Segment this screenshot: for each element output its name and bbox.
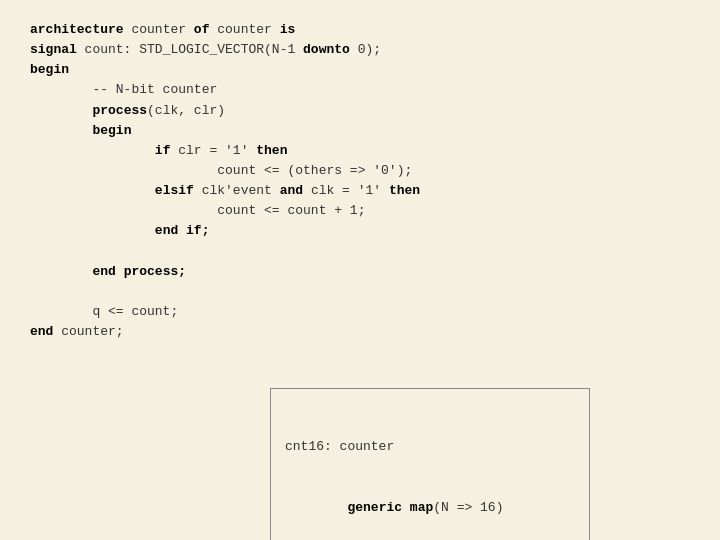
kw-of: of	[194, 22, 210, 37]
code-line-16: end counter;	[30, 322, 690, 342]
code-line-3: begin	[30, 60, 690, 80]
kw-is: is	[280, 22, 296, 37]
code-line-2: signal count: STD_LOGIC_VECTOR(N-1 downt…	[30, 40, 690, 60]
code-line-11: end if;	[30, 221, 690, 241]
kw-end-process: end process;	[92, 264, 186, 279]
kw-elsif: elsif	[155, 183, 194, 198]
kw-process: process	[92, 103, 147, 118]
code-line-13: end process;	[30, 262, 690, 282]
instantiation-box: cnt16: counter generic map(N => 16) port…	[270, 388, 590, 540]
kw-architecture: architecture	[30, 22, 124, 37]
code-line-1: architecture counter of counter is	[30, 20, 690, 40]
code-line-6: begin	[30, 121, 690, 141]
code-line-4: -- N-bit counter	[30, 80, 690, 100]
kw-and: and	[280, 183, 303, 198]
kw-signal: signal	[30, 42, 77, 57]
box-line-1: cnt16: counter	[285, 437, 575, 457]
code-line-9: elsif clk'event and clk = '1' then	[30, 181, 690, 201]
code-line-15: q <= count;	[30, 302, 690, 322]
code-line-7: if clr = '1' then	[30, 141, 690, 161]
kw-then-1: then	[256, 143, 287, 158]
code-line-8: count <= (others => '0');	[30, 161, 690, 181]
kw-end-if: end if;	[155, 223, 210, 238]
code-line-14	[30, 282, 690, 302]
code-line-10: count <= count + 1;	[30, 201, 690, 221]
kw-downto: downto	[303, 42, 350, 57]
code-container: architecture counter of counter is signa…	[0, 0, 720, 540]
code-line-5: process(clk, clr)	[30, 101, 690, 121]
box-line-2: generic map(N => 16)	[285, 498, 575, 518]
kw-generic-map: generic map	[347, 500, 433, 515]
code-line-12	[30, 242, 690, 262]
kw-begin-1: begin	[30, 62, 69, 77]
kw-begin-2: begin	[92, 123, 131, 138]
kw-then-2: then	[389, 183, 420, 198]
kw-if: if	[155, 143, 171, 158]
kw-end-counter: end	[30, 324, 53, 339]
